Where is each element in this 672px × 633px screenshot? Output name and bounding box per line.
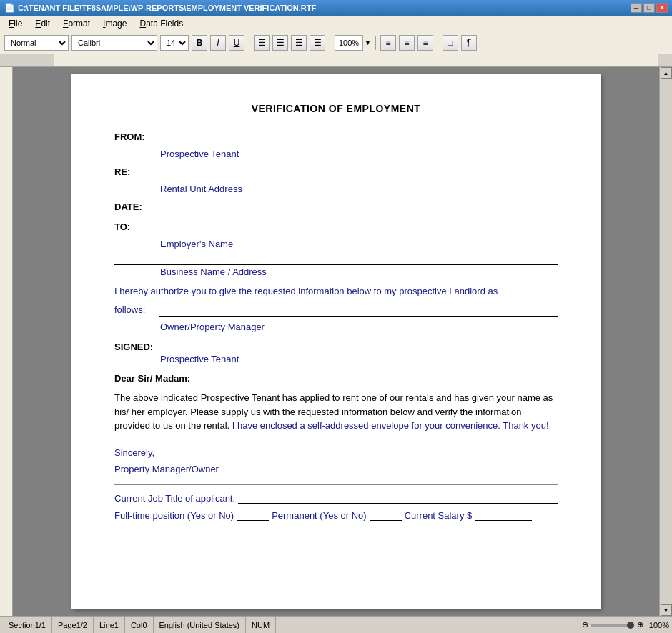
signed-value: Prospective Tenant xyxy=(160,354,558,364)
body-text-2: I have enclosed a self-addressed envelop… xyxy=(229,420,548,431)
menu-edit[interactable]: Edit xyxy=(29,17,56,30)
font-dropdown[interactable]: Calibri xyxy=(71,35,157,51)
title-bar-text: C:\TENANT FILE\TF8SAMPLE\WP-REPORTS\EMPL… xyxy=(18,4,316,12)
date-row: DATE: xyxy=(114,201,558,214)
date-field-line xyxy=(162,201,558,214)
close-button[interactable]: ✕ xyxy=(656,3,668,13)
from-label: FROM: xyxy=(114,131,157,142)
scroll-down-button[interactable]: ▼ xyxy=(661,604,672,616)
menu-image[interactable]: Image xyxy=(97,17,132,30)
scroll-track[interactable] xyxy=(660,79,672,604)
zoom-plus-icon[interactable]: ⊕ xyxy=(637,620,643,629)
list-btn-2[interactable]: ≡ xyxy=(399,35,415,51)
left-ruler-svg xyxy=(0,67,13,616)
business-value: Business Name / Address xyxy=(160,266,558,277)
re-label: RE: xyxy=(114,166,157,177)
sincerely-block: Sincerely, Property Manager/Owner xyxy=(114,444,558,478)
align-right-button[interactable]: ☰ xyxy=(291,35,307,51)
current-job-label: Current Job Title of applicant: xyxy=(114,493,235,504)
business-line xyxy=(114,252,558,265)
zoom-minus-icon[interactable]: ⊖ xyxy=(582,620,588,629)
title-bar-controls: ─ □ ✕ xyxy=(631,3,668,13)
ruler-left-margin xyxy=(0,54,54,66)
zoom-dropdown-icon[interactable]: ▼ xyxy=(365,39,371,46)
menu-data-fields[interactable]: Data Fields xyxy=(134,17,189,30)
title-bar: 📄 C:\TENANT FILE\TF8SAMPLE\WP-REPORTS\EM… xyxy=(0,0,672,16)
salary-field xyxy=(475,509,532,521)
paragraph-button[interactable]: ¶ xyxy=(461,35,477,51)
owner-sign-label: Property Manager/Owner xyxy=(114,461,558,477)
zoom-control: ▼ xyxy=(335,35,371,51)
permanent-field xyxy=(370,509,402,521)
title-bar-left: 📄 C:\TENANT FILE\TF8SAMPLE\WP-REPORTS\EM… xyxy=(4,3,316,13)
list-btn-3[interactable]: ≡ xyxy=(417,35,433,51)
to-row: TO: xyxy=(114,221,558,234)
signed-label: SIGNED: xyxy=(114,342,157,352)
from-value: Prospective Tenant xyxy=(160,149,558,159)
ruler-content: // Will be drawn via inline approach xyxy=(54,54,658,66)
status-line: Line1 xyxy=(94,617,125,633)
border-button[interactable]: □ xyxy=(443,35,458,51)
auth-text-1: I hereby authorize you to give the reque… xyxy=(114,284,558,299)
full-time-field xyxy=(237,509,269,521)
zoom-input[interactable] xyxy=(335,35,363,51)
bold-button[interactable]: B xyxy=(192,35,207,51)
list-btn-1[interactable]: ≡ xyxy=(380,35,396,51)
from-field-line xyxy=(162,131,558,144)
style-dropdown[interactable]: Normal xyxy=(4,35,69,51)
menu-file[interactable]: File xyxy=(3,17,28,30)
align-justify-button[interactable]: ☰ xyxy=(310,35,325,51)
to-field-line xyxy=(162,221,558,234)
zoom-level-label: 100% xyxy=(649,621,669,629)
current-job-field xyxy=(238,492,558,504)
status-zoom: ⊖ ⊕ 100% xyxy=(582,620,669,629)
menu-bar: File Edit Format Image Data Fields xyxy=(0,16,672,31)
to-label: TO: xyxy=(114,221,157,232)
separator-4 xyxy=(438,36,438,50)
underline-button[interactable]: U xyxy=(229,35,244,51)
doc-area[interactable]: VERIFICATION OF EMPLOYMENT FROM: Prospec… xyxy=(13,67,659,616)
to-value: Employer's Name xyxy=(160,239,558,249)
current-job-row: Current Job Title of applicant: xyxy=(114,492,558,504)
status-language: English (United States) xyxy=(154,617,247,633)
full-time-row: Full-time position (Yes or No) Permanent… xyxy=(114,509,558,521)
re-row: RE: xyxy=(114,166,558,179)
status-bar: Section1/1 Page1/2 Line1 Col0 English (U… xyxy=(0,616,672,633)
permanent-label: Permanent (Yes or No) xyxy=(272,510,366,521)
signed-field-line xyxy=(162,339,558,352)
re-field-line xyxy=(162,166,558,179)
ruler-right-margin xyxy=(658,54,672,66)
align-left-button[interactable]: ☰ xyxy=(254,35,270,51)
app-icon: 📄 xyxy=(4,3,15,13)
maximize-button[interactable]: □ xyxy=(643,3,655,13)
date-label: DATE: xyxy=(114,201,157,212)
main-area: VERIFICATION OF EMPLOYMENT FROM: Prospec… xyxy=(0,67,672,616)
separator-2 xyxy=(330,36,330,50)
follows-row: follows: xyxy=(114,304,558,317)
minimize-button[interactable]: ─ xyxy=(631,3,642,13)
scroll-up-button[interactable]: ▲ xyxy=(661,67,672,79)
menu-format[interactable]: Format xyxy=(57,17,96,30)
re-value: Rental Unit Address xyxy=(160,184,558,194)
size-dropdown[interactable]: 14 xyxy=(160,35,189,51)
document-title: VERIFICATION OF EMPLOYMENT xyxy=(114,103,558,114)
status-section: Section1/1 xyxy=(3,617,52,633)
status-page: Page1/2 xyxy=(52,617,94,633)
italic-button[interactable]: I xyxy=(210,35,226,51)
ruler: // Will be drawn via inline approach xyxy=(0,54,672,67)
zoom-slider-thumb[interactable] xyxy=(627,622,634,629)
zoom-slider-track[interactable] xyxy=(591,624,634,627)
document-page: VERIFICATION OF EMPLOYMENT FROM: Prospec… xyxy=(71,74,601,609)
separator-3 xyxy=(375,36,376,50)
status-col: Col0 xyxy=(125,617,154,633)
signed-row: SIGNED: xyxy=(114,339,558,352)
separator-1 xyxy=(249,36,249,50)
follows-field-line xyxy=(159,304,558,317)
toolbar: Normal Calibri 14 B I U ☰ ☰ ☰ ☰ ▼ ≡ ≡ ≡ … xyxy=(0,31,672,54)
scroll-right: ▲ ▼ xyxy=(659,67,672,616)
sincerely-label: Sincerely, xyxy=(114,444,558,461)
from-row: FROM: xyxy=(114,131,558,144)
dear-line: Dear Sir/ Madam: xyxy=(114,372,558,386)
follows-label: follows: xyxy=(114,304,157,315)
align-center-button[interactable]: ☰ xyxy=(272,35,288,51)
